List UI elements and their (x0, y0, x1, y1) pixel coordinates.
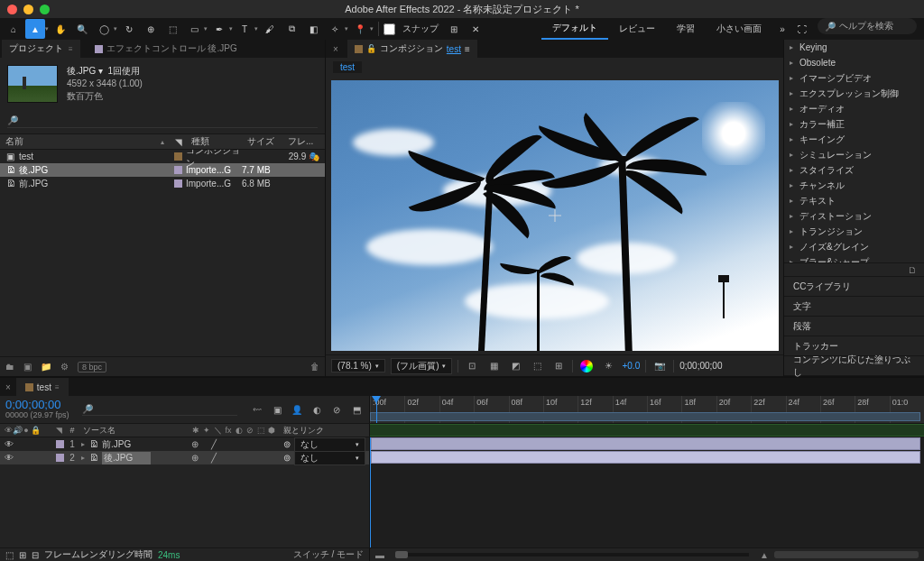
toggle-switches-icon[interactable]: ⬚ (5, 550, 14, 560)
current-timecode[interactable]: 0;00;00;00 (5, 399, 69, 411)
visibility-toggle[interactable]: 👁 (4, 453, 14, 463)
delete-button[interactable]: 🗑 (310, 362, 319, 372)
resolution-dropdown[interactable]: (フル画質)▾ (391, 358, 453, 374)
close-window-button[interactable] (7, 5, 17, 14)
type-tool[interactable]: T (235, 19, 254, 39)
pan-behind-tool[interactable]: ⬚ (162, 19, 182, 39)
pickwhip-icon[interactable]: ⊚ (283, 453, 291, 463)
shape-tool[interactable]: ▭ (184, 19, 204, 39)
brush-tool[interactable]: 🖌 (260, 19, 280, 39)
workspace-tab-small[interactable]: 小さい画面 (706, 18, 772, 40)
project-item[interactable]: ▣test コンポジション 29.9 🎭 (0, 150, 325, 163)
motion-blur-button[interactable]: ⊘ (329, 402, 344, 417)
snap-toggle[interactable]: スナップ (383, 23, 442, 35)
snapshot-button[interactable]: 📷 (651, 358, 668, 374)
zoom-out-icon[interactable]: ▬ (375, 550, 384, 560)
work-area-bar[interactable] (370, 412, 920, 421)
fx-category[interactable]: ▸シミュレーション (784, 147, 924, 162)
bpc-badge[interactable]: 8 bpc (78, 362, 106, 372)
workspace-overflow-button[interactable]: » (772, 18, 792, 40)
orbit-tool[interactable]: ◯ (94, 19, 114, 39)
fx-category[interactable]: ▸カラー補正 (784, 116, 924, 132)
shy-button[interactable]: 👤 (290, 402, 304, 417)
pen-tool[interactable]: ✒ (209, 19, 229, 39)
project-item[interactable]: 🖻前.JPG Importe...G 6.8 MB (0, 177, 325, 190)
layer-bar[interactable] (371, 437, 920, 450)
timeline-tab[interactable]: test ≡ (16, 378, 69, 396)
toggle-inout-icon[interactable]: ⊟ (32, 550, 39, 560)
time-ruler[interactable]: :00f 02f 04f 06f 08f 10f 12f 14f 16f 18f… (370, 396, 924, 423)
options-button[interactable]: ⚙ (60, 362, 69, 372)
frame-blend-button[interactable]: ◐ (310, 402, 324, 417)
interpret-footage-button[interactable]: 🖿 (5, 362, 14, 372)
sort-icon[interactable]: ▴ (161, 138, 164, 146)
label-swatch[interactable] (174, 179, 182, 188)
col-size[interactable]: サイズ (242, 135, 282, 148)
cc-libraries-panel-tab[interactable]: CCライブラリ (784, 277, 924, 297)
parent-dropdown[interactable]: なし▾ (294, 451, 365, 465)
toggle-modes-icon[interactable]: ⊞ (19, 550, 26, 560)
project-item[interactable]: 🖻後.JPG Importe...G 7.7 MB (0, 163, 325, 177)
col-tag[interactable]: ◥ (170, 137, 186, 147)
fx-category[interactable]: ▸エクスプレッション制御 (784, 86, 924, 101)
paragraph-panel-tab[interactable]: 段落 (784, 317, 924, 336)
new-bin-button[interactable]: 🗋 (784, 262, 924, 277)
camera-tool[interactable]: ⊕ (141, 19, 161, 39)
character-panel-tab[interactable]: 文字 (784, 297, 924, 317)
fx-category[interactable]: ▸ディストーション (784, 208, 924, 224)
comp-name-link[interactable]: test (447, 44, 461, 54)
comp-mini-flowchart-button[interactable]: ⬳ (250, 402, 264, 417)
home-button[interactable]: ⌂ (4, 19, 23, 39)
col-name[interactable]: 名前 (5, 135, 23, 148)
fx-category[interactable]: ▸Keying (784, 40, 924, 55)
fast-preview-button[interactable]: ⊡ (464, 358, 480, 374)
transparency-grid-button[interactable]: ▦ (485, 358, 502, 374)
clone-tool[interactable]: ⧉ (282, 19, 301, 39)
composition-tab[interactable]: 🔓 コンポジション test ≡ (347, 40, 477, 58)
panel-menu-icon[interactable]: ≡ (69, 45, 73, 53)
twirl-icon[interactable]: ▸ (81, 454, 85, 462)
layer-bar[interactable] (371, 451, 920, 464)
exposure-value[interactable]: +0.0 (622, 361, 640, 371)
effect-controls-tab[interactable]: エフェクトコントロール 後.JPG (88, 40, 245, 58)
timeline-tracks[interactable] (370, 437, 924, 547)
workspace-tab-learn[interactable]: 学習 (666, 18, 706, 40)
fx-category[interactable]: ▸テキスト (784, 193, 924, 208)
pickwhip-icon[interactable]: ⊚ (283, 439, 291, 449)
label-swatch[interactable] (56, 440, 64, 448)
panel-drag-icon[interactable]: × (0, 382, 16, 392)
parent-dropdown[interactable]: なし▾ (294, 437, 365, 452)
col-kind[interactable]: 種類 (186, 135, 242, 148)
layer-row[interactable]: 👁 1 ▸🖻前.JPG ⊕╱ ⊚なし▾ (0, 437, 369, 451)
zoom-in-icon[interactable]: ▲ (760, 550, 769, 560)
panel-menu-icon[interactable]: ≡ (465, 44, 470, 54)
panel-menu-icon[interactable]: ≡ (55, 383, 60, 391)
workspace-expand-button[interactable]: ⛶ (792, 18, 812, 40)
breadcrumb-item[interactable]: test (333, 61, 362, 73)
zoom-tool[interactable]: 🔍 (72, 19, 92, 39)
snap-checkbox[interactable] (383, 23, 395, 35)
snap-options-button[interactable]: ⊞ (444, 19, 464, 39)
selection-tool[interactable]: ▲ (25, 19, 45, 39)
region-button[interactable]: ⬚ (529, 358, 545, 374)
fx-category[interactable]: ▸ブラー&シャープ (784, 254, 924, 262)
new-comp-button[interactable]: ▣ (23, 362, 32, 372)
fx-category[interactable]: ▸イマーシブビデオ (784, 70, 924, 86)
fx-category[interactable]: ▸スタイライズ (784, 162, 924, 178)
fx-category[interactable]: ▸チャンネル (784, 178, 924, 193)
fx-category[interactable]: ▸ノイズ&グレイン (784, 239, 924, 254)
timeline-search[interactable]: 🔎 (82, 404, 237, 416)
label-swatch[interactable] (174, 152, 182, 161)
fx-category[interactable]: ▸トランジション (784, 224, 924, 239)
lock-icon[interactable]: 🔓 (366, 44, 376, 53)
twirl-icon[interactable]: ▸ (81, 440, 85, 448)
minimize-window-button[interactable] (23, 5, 33, 14)
draft-3d-button[interactable]: ▣ (270, 402, 284, 417)
parent-link-header[interactable]: 親とリンク (280, 425, 369, 437)
exposure-reset-button[interactable]: ☀ (600, 358, 616, 374)
graph-editor-button[interactable]: ⬒ (349, 402, 364, 417)
workspace-tab-default[interactable]: デフォルト (541, 18, 608, 40)
col-fps[interactable]: フレ... (282, 135, 325, 148)
maximize-window-button[interactable] (40, 5, 50, 14)
roto-tool[interactable]: ✧ (325, 19, 345, 39)
